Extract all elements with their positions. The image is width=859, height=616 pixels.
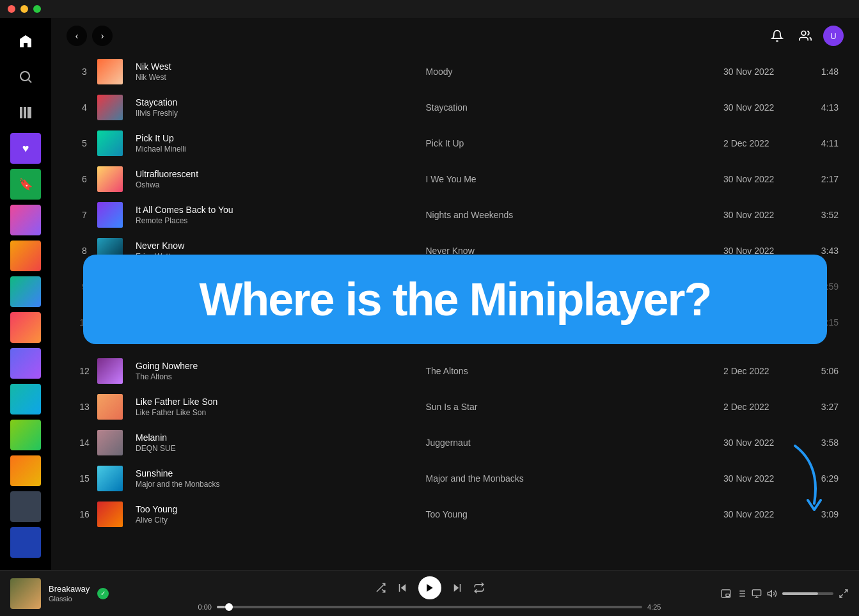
- volume-button[interactable]: [767, 588, 777, 599]
- track-name: It All Comes Back to You: [136, 205, 426, 215]
- svg-rect-4: [28, 107, 31, 118]
- next-button[interactable]: [452, 582, 463, 594]
- track-number: 6: [72, 174, 97, 184]
- sidebar-playlist-saved[interactable]: 🔖: [10, 169, 41, 200]
- track-number: 14: [72, 438, 97, 448]
- track-number: 4: [72, 102, 97, 113]
- svg-line-25: [844, 590, 847, 593]
- track-duration: 4:13: [800, 102, 839, 113]
- sidebar: ♥ 🔖: [0, 18, 51, 570]
- progress-dot: [225, 603, 233, 611]
- track-date: 30 Nov 2022: [723, 174, 800, 184]
- table-row[interactable]: 5 Pick It Up Michael Minelli Pick It Up …: [67, 125, 844, 161]
- title-bar: [0, 0, 859, 18]
- sidebar-playlist-3[interactable]: [10, 205, 41, 235]
- track-number: 3: [72, 67, 97, 77]
- table-row[interactable]: 4 Staycation Illvis Freshly Staycation 3…: [67, 90, 844, 125]
- shuffle-button[interactable]: [375, 582, 386, 594]
- fullscreen-button[interactable]: [839, 588, 849, 599]
- track-thumbnail: [97, 59, 123, 84]
- now-playing-artist: Glassio: [49, 595, 90, 603]
- track-name: Like Father Like Son: [136, 397, 426, 407]
- sidebar-playlist-liked[interactable]: ♥: [10, 133, 41, 164]
- track-artist: Alive City: [136, 516, 426, 525]
- sidebar-playlist-10[interactable]: [10, 455, 41, 486]
- track-date: 30 Nov 2022: [723, 102, 800, 113]
- play-button[interactable]: [418, 576, 441, 599]
- track-duration: 1:48: [800, 67, 839, 77]
- nav-arrows: ‹ ›: [67, 26, 113, 46]
- minimize-button[interactable]: [20, 5, 28, 13]
- svg-point-5: [801, 31, 806, 36]
- nav-right: U: [767, 26, 844, 46]
- track-date: 2 Dec 2022: [723, 402, 800, 412]
- notifications-button[interactable]: [767, 26, 787, 46]
- table-row[interactable]: 6 Ultrafluorescent Oshwa I We You Me 30 …: [67, 161, 844, 197]
- track-thumbnail: [97, 430, 123, 455]
- sidebar-item-home[interactable]: [10, 26, 41, 56]
- track-thumbnail: [97, 394, 123, 420]
- track-album: The Altons: [426, 366, 724, 376]
- sidebar-item-library[interactable]: [10, 97, 41, 128]
- player-left: Breakaway Glassio ✓: [10, 578, 189, 609]
- table-row[interactable]: 15 Sunshine Major and the Monbacks Major…: [67, 461, 844, 496]
- track-name: Going Nowhere: [136, 361, 426, 371]
- friends-button[interactable]: [795, 26, 816, 46]
- user-avatar[interactable]: U: [823, 26, 844, 46]
- track-duration: 5:06: [800, 366, 839, 376]
- progress-bar[interactable]: [217, 606, 642, 608]
- track-name: Ultrafluorescent: [136, 169, 426, 179]
- sidebar-playlist-11[interactable]: [10, 491, 41, 522]
- arrow-annotation: [782, 439, 833, 519]
- sidebar-item-search[interactable]: [10, 61, 41, 92]
- total-time: 4:25: [647, 603, 670, 611]
- track-number: 16: [72, 509, 97, 519]
- forward-button[interactable]: ›: [92, 26, 113, 46]
- track-number: 12: [72, 366, 97, 376]
- sidebar-playlist-6[interactable]: [10, 312, 41, 343]
- svg-rect-2: [20, 107, 22, 118]
- sidebar-playlist-9[interactable]: [10, 420, 41, 450]
- track-thumbnail: [97, 466, 123, 491]
- track-album: Juggernaut: [426, 438, 724, 448]
- table-row[interactable]: 12 Going Nowhere The Altons The Altons 2…: [67, 353, 844, 389]
- now-playing-thumbnail: [10, 578, 41, 609]
- table-row[interactable]: 7 It All Comes Back to You Remote Places…: [67, 197, 844, 233]
- miniplayer-button[interactable]: [721, 588, 731, 599]
- table-row[interactable]: 3 Nik West Nik West Moody 30 Nov 2022 1:…: [67, 54, 844, 90]
- table-row[interactable]: 14 Melanin DEQN SUE Juggernaut 30 Nov 20…: [67, 425, 844, 461]
- queue-button[interactable]: [736, 588, 746, 599]
- track-number: 7: [72, 210, 97, 220]
- sidebar-playlist-7[interactable]: [10, 348, 41, 379]
- sidebar-playlist-8[interactable]: [10, 384, 41, 415]
- track-thumbnail: [97, 501, 123, 527]
- track-name: Melanin: [136, 432, 426, 443]
- repeat-button[interactable]: [473, 582, 485, 594]
- track-album: I We You Me: [426, 174, 724, 184]
- volume-bar[interactable]: [782, 592, 833, 595]
- sidebar-playlist-4[interactable]: [10, 241, 41, 271]
- track-number: 5: [72, 138, 97, 148]
- table-row[interactable]: 13 Like Father Like Son Like Father Like…: [67, 389, 844, 425]
- miniplayer-overlay-banner: Where is the Miniplayer?: [83, 255, 827, 344]
- player-right: [670, 588, 849, 599]
- previous-button[interactable]: [397, 582, 408, 594]
- svg-rect-9: [398, 584, 400, 592]
- player-controls: [375, 576, 485, 599]
- track-name: Nik West: [136, 61, 426, 72]
- track-date: 2 Dec 2022: [723, 138, 800, 148]
- connect-devices-button[interactable]: [752, 588, 762, 599]
- close-button[interactable]: [8, 5, 15, 13]
- back-button[interactable]: ‹: [67, 26, 87, 46]
- table-row[interactable]: 16 Too Young Alive City Too Young 30 Nov…: [67, 496, 844, 532]
- sidebar-playlist-5[interactable]: [10, 276, 41, 307]
- track-name: Too Young: [136, 504, 426, 514]
- track-artist: Michael Minelli: [136, 145, 426, 154]
- track-artist: Like Father Like Son: [136, 408, 426, 417]
- sidebar-playlist-12[interactable]: [10, 527, 41, 558]
- track-artist: Oshwa: [136, 180, 426, 189]
- track-thumbnail: [97, 358, 123, 384]
- track-number: 13: [72, 402, 97, 412]
- progress-fill: [217, 606, 225, 608]
- maximize-button[interactable]: [33, 5, 41, 13]
